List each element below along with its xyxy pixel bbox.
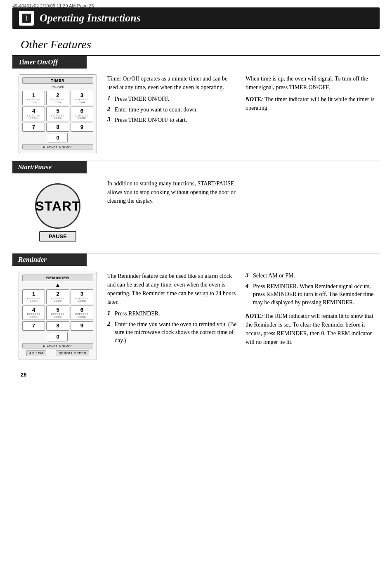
timer-key-7: 7 xyxy=(22,123,45,132)
timer-note: NOTE: The timer indicator will be lit wh… xyxy=(246,95,375,112)
reminder-feature-block: Reminder REMINDER ▲ 1EXPRESS COOK 2EXPRE… xyxy=(12,253,380,367)
timer-col2: When time is up, the oven will signal. T… xyxy=(246,74,375,153)
reminder-header: Reminder xyxy=(12,253,87,266)
reminder-step-2: 2 Enter the time you want the oven to re… xyxy=(107,320,237,345)
reminder-keypad: REMINDER ▲ 1EXPRESS COOK 2EXPRESS COOK 3… xyxy=(19,272,97,360)
page-marker: 49-40451v02 2/10/05 11:29 AM Page 26 xyxy=(12,3,94,8)
reminder-intro: The Reminder feature can be used like an… xyxy=(107,272,237,306)
timer-intro: Timer On/Off operates as a minute timer … xyxy=(107,74,237,92)
start-circle: START xyxy=(35,183,80,229)
svg-text:⟩: ⟩ xyxy=(25,14,28,21)
timer-header: Timer On/Off xyxy=(12,56,87,69)
startpause-feature-block: Start/Pause START PAUSE In addition to s… xyxy=(12,161,380,253)
timer-col2-text: When time is up, the oven will signal. T… xyxy=(246,74,375,92)
timer-step-1: 1 Press TIMER ON/OFF. xyxy=(107,95,237,103)
startpause-header: Start/Pause xyxy=(12,161,87,173)
startpause-col2-empty xyxy=(246,179,375,246)
timer-keypad-wrap: TIMER ON/OFF 1EXPRESS COOK 2EXPRESS COOK… xyxy=(17,74,99,153)
reminder-extra-buttons: AM / PM SCROLL SPEED xyxy=(22,350,93,356)
timer-key-4: 4EXPRESS COOK xyxy=(22,107,45,121)
reminder-key-0: 0 xyxy=(48,332,68,341)
timer-key-9: 9 xyxy=(71,123,93,132)
timer-key-2: 2EXPRESS COOK xyxy=(46,91,69,105)
reminder-keypad-grid: 1EXPRESS COOK 2EXPRESS COOK 3EXPRESS COO… xyxy=(22,289,93,330)
header-icon: ⟩ xyxy=(19,11,34,26)
reminder-steps-col2: 3 Select AM or PM. 4 Press REMINDER. Whe… xyxy=(246,272,375,306)
reminder-col1: The Reminder feature can be used like an… xyxy=(107,272,237,360)
timer-step-3: 3 Press TIMER ON/OFF to start. xyxy=(107,116,237,124)
reminder-keypad-toplabel: REMINDER xyxy=(22,275,93,281)
timer-col1: Timer On/Off operates as a minute timer … xyxy=(107,74,237,153)
startpause-text-col: In addition to starting many functions, … xyxy=(107,179,237,246)
timer-key-6: 6EXPRESS COOK xyxy=(71,107,93,121)
reminder-col2: 3 Select AM or PM. 4 Press REMINDER. Whe… xyxy=(246,272,375,360)
timer-key-0: 0 xyxy=(48,133,68,142)
reminder-key-9: 9 xyxy=(71,321,93,330)
timer-keypad-bottomlabel: DISPLAY ON/OFF xyxy=(22,144,93,149)
page-number: 26 xyxy=(21,372,371,378)
reminder-ampm-btn: AM / PM xyxy=(26,350,46,356)
reminder-keypad-bottomlabel: DISPLAY ON/OFF xyxy=(22,343,93,348)
reminder-steps-col1: 1 Press REMINDER. 2 Enter the time you w… xyxy=(107,310,237,344)
timer-key-5: 5EXPRESS COOK xyxy=(46,107,69,121)
startpause-text: In addition to starting many functions, … xyxy=(107,179,237,205)
timer-keypad-grid: 1EXPRESS COOK 2EXPRESS COOK 3EXPRESS COO… xyxy=(22,91,93,132)
startpause-btn-wrap: START PAUSE xyxy=(17,179,99,246)
reminder-arrow: ▲ xyxy=(22,282,93,289)
reminder-key-1: 1EXPRESS COOK xyxy=(22,289,45,304)
reminder-key-6: 6EXPRESS COOK xyxy=(71,306,93,320)
reminder-key-2: 2EXPRESS COOK xyxy=(46,289,69,304)
timer-steps: 1 Press TIMER ON/OFF. 2 Enter time you w… xyxy=(107,95,237,124)
header-bar: ⟩ Operating Instructions xyxy=(12,7,380,29)
reminder-key-5: 5EXPRESS COOK xyxy=(46,306,69,320)
timer-keypad: TIMER ON/OFF 1EXPRESS COOK 2EXPRESS COOK… xyxy=(19,74,97,153)
section-title: Other Features xyxy=(21,38,371,51)
reminder-key-7: 7 xyxy=(22,321,45,330)
reminder-key-3: 3EXPRESS COOK xyxy=(71,289,93,304)
pause-rect: PAUSE xyxy=(39,231,76,242)
reminder-step-1: 1 Press REMINDER. xyxy=(107,310,237,318)
reminder-scroll-btn: SCROLL SPEED xyxy=(56,350,89,356)
timer-feature-block: Timer On/Off TIMER ON/OFF 1EXPRESS COOK … xyxy=(12,55,380,161)
reminder-note: NOTE: The REM indicator will remain lit … xyxy=(246,312,375,346)
timer-step-2: 2 Enter time you want to count down. xyxy=(107,106,237,114)
reminder-key-8: 8 xyxy=(46,321,69,330)
header-title: Operating Instructions xyxy=(40,12,141,24)
reminder-keypad-wrap: REMINDER ▲ 1EXPRESS COOK 2EXPRESS COOK 3… xyxy=(17,272,99,360)
timer-key-8: 8 xyxy=(46,123,69,132)
reminder-step-4: 4 Press REMINDER. When Reminder signal o… xyxy=(246,282,375,307)
timer-key-1: 1EXPRESS COOK xyxy=(22,91,45,105)
reminder-key-4: 4EXPRESS COOK xyxy=(22,306,45,320)
timer-key-3: 3EXPRESS COOK xyxy=(71,91,93,105)
timer-keypad-toplabel: TIMER xyxy=(22,77,93,84)
timer-keypad-sublabel: ON/OFF xyxy=(22,85,93,89)
reminder-step-3: 3 Select AM or PM. xyxy=(246,272,375,280)
